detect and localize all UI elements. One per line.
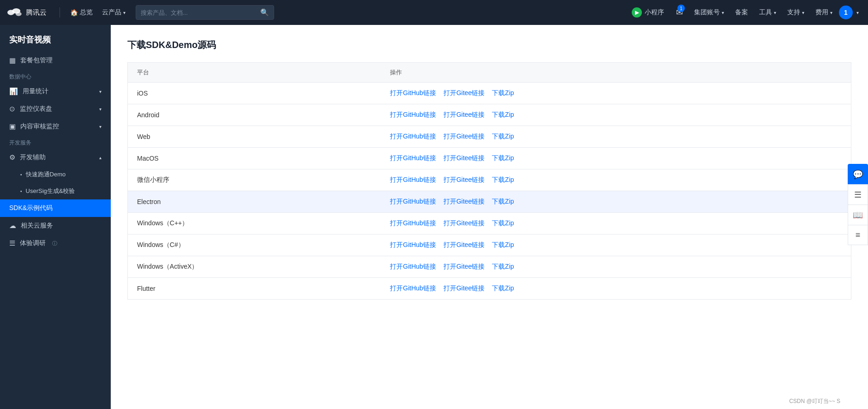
nav-tools[interactable]: 工具 ▾ xyxy=(754,0,781,25)
tencent-cloud-logo-icon xyxy=(7,7,22,18)
zip-link[interactable]: 下载Zip xyxy=(492,284,514,293)
sidebar-item-dev-assistant[interactable]: ⚙ 开发辅助 ▴ xyxy=(0,149,111,166)
user-avatar[interactable]: 1 xyxy=(839,6,853,19)
table-row: 微信小程序打开GitHub链接打开Gitee链接下载Zip xyxy=(128,169,851,191)
github-link[interactable]: 打开GitHub链接 xyxy=(390,219,436,228)
github-link[interactable]: 打开GitHub链接 xyxy=(390,241,436,249)
platform-cell: Flutter xyxy=(128,278,381,300)
table-row: MacOS打开GitHub链接打开Gitee链接下载Zip xyxy=(128,148,851,169)
github-link[interactable]: 打开GitHub链接 xyxy=(390,198,436,206)
dev-icon: ⚙ xyxy=(9,153,15,162)
zip-link[interactable]: 下载Zip xyxy=(492,176,514,184)
zip-link[interactable]: 下载Zip xyxy=(492,111,514,119)
sidebar-item-experience-survey[interactable]: ☰ 体验调研 ⓘ xyxy=(0,235,111,252)
audit-icon: ▣ xyxy=(9,122,16,131)
gitee-link[interactable]: 打开Gitee链接 xyxy=(443,132,485,141)
monitor-icon: ⊙ xyxy=(9,105,15,113)
zip-link[interactable]: 下载Zip xyxy=(492,263,514,271)
sidebar-item-quick-demo[interactable]: 快速跑通Demo xyxy=(0,166,111,183)
zip-link[interactable]: 下载Zip xyxy=(492,219,514,228)
chevron-down-icon-audit: ▾ xyxy=(99,124,102,129)
table-row: iOS打开GitHub链接打开Gitee链接下载Zip xyxy=(128,83,851,104)
float-chat-btn[interactable]: 💬 xyxy=(848,164,868,184)
float-menu-btn[interactable]: ≡ xyxy=(848,225,868,245)
github-link[interactable]: 打开GitHub链接 xyxy=(390,284,436,293)
right-float-panel: 💬 ☰ 📖 ≡ xyxy=(848,164,868,245)
list-icon: ☰ xyxy=(854,190,862,200)
action-cell: 打开GitHub链接打开Gitee链接下载Zip xyxy=(381,191,851,213)
nav-backup[interactable]: 备案 xyxy=(730,0,753,25)
chevron-down-icon-group: ▾ xyxy=(722,10,724,15)
sidebar-item-content-audit[interactable]: ▣ 内容审核监控 ▾ xyxy=(0,118,111,135)
logo[interactable]: 腾讯云 xyxy=(7,7,47,18)
table-row: Web打开GitHub链接打开Gitee链接下载Zip xyxy=(128,126,851,148)
table-row: Windows（ActiveX）打开GitHub链接打开Gitee链接下载Zip xyxy=(128,256,851,278)
table-row: Electron打开GitHub链接打开Gitee链接下载Zip xyxy=(128,191,851,213)
zip-link[interactable]: 下载Zip xyxy=(492,154,514,162)
svg-point-2 xyxy=(16,12,22,16)
gitee-link[interactable]: 打开Gitee链接 xyxy=(443,219,485,228)
topnav-right: ▶ 小程序 ✉ 1 集团账号 ▾ 备案 工具 ▾ 支持 ▾ 费用 ▾ 1 ▾ xyxy=(626,0,861,25)
package-icon: ▦ xyxy=(9,56,16,65)
search-bar: 🔍 xyxy=(136,5,274,20)
sdk-table: 平台 操作 iOS打开GitHub链接打开Gitee链接下载ZipAndroid… xyxy=(127,62,851,300)
gitee-link[interactable]: 打开Gitee链接 xyxy=(443,154,485,162)
sidebar-item-monitor[interactable]: ⊙ 监控仪表盘 ▾ xyxy=(0,100,111,118)
topnav: 腾讯云 🏠 总览 云产品 ▾ 🔍 ▶ 小程序 ✉ 1 集团账号 ▾ 备案 工具 … xyxy=(0,0,868,25)
action-cell: 打开GitHub链接打开Gitee链接下载Zip xyxy=(381,278,851,300)
github-link[interactable]: 打开GitHub链接 xyxy=(390,176,436,184)
nav-support[interactable]: 支持 ▾ xyxy=(783,0,809,25)
gitee-link[interactable]: 打开Gitee链接 xyxy=(443,241,485,249)
nav-fee[interactable]: 费用 ▾ xyxy=(811,0,837,25)
table-row: Windows（C#）打开GitHub链接打开Gitee链接下载Zip xyxy=(128,235,851,256)
cloud-icon: ☁ xyxy=(9,222,16,230)
data-center-label: 数据中心 xyxy=(0,69,111,83)
zip-link[interactable]: 下载Zip xyxy=(492,132,514,141)
platform-cell: Android xyxy=(128,104,381,126)
chevron-down-icon-monitor: ▾ xyxy=(99,107,102,112)
sidebar-app-title: 实时音视频 xyxy=(0,25,111,52)
search-input[interactable] xyxy=(141,9,257,16)
sidebar-item-sdk[interactable]: SDK&示例代码 xyxy=(0,199,111,217)
nav-group-account[interactable]: 集团账号 ▾ xyxy=(689,0,729,25)
github-link[interactable]: 打开GitHub链接 xyxy=(390,263,436,271)
search-icon: 🔍 xyxy=(260,8,269,17)
gitee-link[interactable]: 打开Gitee链接 xyxy=(443,89,485,97)
mail-btn[interactable]: ✉ 1 xyxy=(671,0,688,25)
logo-text: 腾讯云 xyxy=(26,8,47,17)
sidebar-item-usage-stats[interactable]: 📊 用量统计 ▾ xyxy=(0,83,111,100)
platform-cell: MacOS xyxy=(128,148,381,169)
gitee-link[interactable]: 打开Gitee链接 xyxy=(443,284,485,293)
col-action: 操作 xyxy=(381,63,851,83)
sidebar-item-related-cloud[interactable]: ☁ 相关云服务 xyxy=(0,217,111,235)
page-title: 下载SDK&Demo源码 xyxy=(127,39,851,51)
action-cell: 打开GitHub链接打开Gitee链接下载Zip xyxy=(381,148,851,169)
sidebar-item-package-management[interactable]: ▦ 套餐包管理 xyxy=(0,52,111,69)
nav-divider xyxy=(60,7,60,18)
nav-cloud-products[interactable]: 云产品 ▾ xyxy=(97,0,130,25)
gitee-link[interactable]: 打开Gitee链接 xyxy=(443,111,485,119)
zip-link[interactable]: 下载Zip xyxy=(492,198,514,206)
float-book-btn[interactable]: 📖 xyxy=(848,204,868,225)
chevron-down-icon-support: ▾ xyxy=(802,10,804,15)
gitee-link[interactable]: 打开Gitee链接 xyxy=(443,176,485,184)
platform-cell: Windows（ActiveX） xyxy=(128,256,381,278)
github-link[interactable]: 打开GitHub链接 xyxy=(390,154,436,162)
miniprogram-btn[interactable]: ▶ 小程序 xyxy=(626,0,670,25)
zip-link[interactable]: 下载Zip xyxy=(492,241,514,249)
sidebar-item-usersig[interactable]: UserSig生成&校验 xyxy=(0,183,111,199)
action-cell: 打开GitHub链接打开Gitee链接下载Zip xyxy=(381,126,851,148)
gitee-link[interactable]: 打开Gitee链接 xyxy=(443,198,485,206)
github-link[interactable]: 打开GitHub链接 xyxy=(390,111,436,119)
float-list-btn[interactable]: ☰ xyxy=(848,184,868,204)
github-link[interactable]: 打开GitHub链接 xyxy=(390,89,436,97)
nav-home[interactable]: 🏠 总览 xyxy=(66,0,97,25)
mail-badge: 1 xyxy=(677,5,685,12)
platform-cell: 微信小程序 xyxy=(128,169,381,191)
zip-link[interactable]: 下载Zip xyxy=(492,89,514,97)
gitee-link[interactable]: 打开Gitee链接 xyxy=(443,263,485,271)
chevron-down-icon-user: ▾ xyxy=(856,10,859,15)
github-link[interactable]: 打开GitHub链接 xyxy=(390,132,436,141)
user-caret[interactable]: ▾ xyxy=(855,0,861,25)
platform-cell: iOS xyxy=(128,83,381,104)
